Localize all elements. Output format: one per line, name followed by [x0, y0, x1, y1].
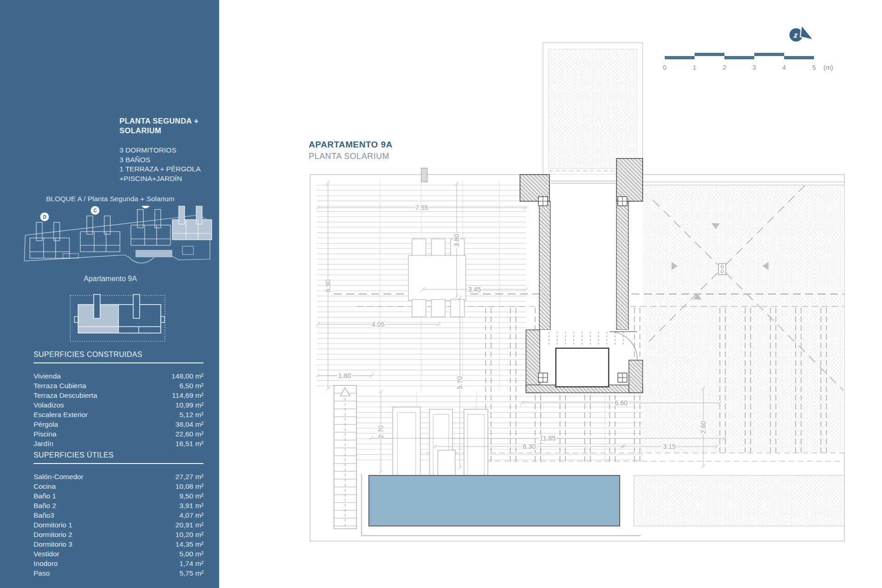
- surface-label: Terraza Cubierta: [34, 381, 86, 390]
- scale-bar: 0 1 2 3 4 5 (m): [663, 53, 833, 71]
- unit-tower-right: [133, 294, 140, 318]
- chair: [451, 300, 464, 317]
- site-plan-diagram: D C B A: [21, 206, 214, 270]
- dim-label: 6.90: [324, 279, 332, 292]
- elevator-shaft: [556, 348, 609, 387]
- tower: [543, 43, 643, 175]
- surface-row: Dormitorio 314,35 m²: [34, 539, 204, 549]
- unit-notch-right: [161, 317, 164, 322]
- surface-row: Inodoro1,74 m²: [34, 559, 204, 568]
- floor-title-line1: PLANTA SEGUNDA +: [119, 116, 216, 126]
- surface-row: Cocina10,08 m²: [34, 481, 204, 491]
- surface-value: 22,60 m²: [175, 429, 204, 439]
- surface-row: Vestidor5,00 m²: [34, 549, 204, 559]
- exterior-stair: [334, 385, 356, 529]
- surface-row: Terraza Cubierta6,50 m²: [34, 381, 204, 390]
- north-pointer: [800, 25, 814, 40]
- dim-label: 11.85: [539, 435, 555, 442]
- surface-row: Dormitorio 120,91 m²: [34, 520, 204, 530]
- surface-label: Terraza Descubierta: [34, 390, 97, 400]
- dim-label: 4.05: [372, 321, 384, 328]
- surface-value: 114,69 m²: [172, 390, 204, 400]
- surfaces-useful-heading: SUPERFICIES ÚTILES: [34, 451, 204, 464]
- surface-row: Paso5,75 m²: [34, 568, 204, 578]
- north-glyph: z: [793, 31, 798, 40]
- badge-letter-c: C: [93, 208, 96, 213]
- surface-label: Dormitorio 2: [34, 530, 72, 539]
- core-wall-west: [539, 201, 550, 330]
- dim-label: 3.15: [663, 443, 676, 450]
- surface-value: 3,91 m²: [179, 501, 204, 510]
- site-pool: [136, 250, 172, 257]
- scale-segment: [754, 53, 784, 56]
- tower-stipple: [548, 49, 637, 169]
- site-block-b: [131, 209, 170, 245]
- block-label: BLOQUE A / Planta Segunda + Solarium: [14, 195, 207, 203]
- surface-label: Pérgola: [34, 419, 58, 429]
- dim-label: 3.45: [468, 286, 481, 293]
- dining-set: [408, 239, 466, 317]
- surface-label: Jardín: [34, 439, 53, 448]
- site-block-badges: D C B A: [40, 206, 192, 221]
- surface-row: Terraza Descubierta114,69 m²: [34, 390, 204, 400]
- surface-row: Pérgola38,04 m²: [34, 419, 204, 429]
- surface-value: 14,35 m²: [175, 539, 204, 549]
- scale-tick-4: 4: [782, 64, 786, 71]
- north-arrow-icon: z: [790, 25, 814, 42]
- surface-value: 10,20 m²: [175, 530, 204, 539]
- surface-label: Dormitorio 3: [34, 539, 72, 549]
- surface-value: 5,75 m²: [179, 568, 204, 578]
- roof-column: [421, 168, 427, 182]
- site-block-c: [80, 216, 120, 252]
- column-anchor: [618, 197, 627, 206]
- scale-tick-2: 2: [723, 64, 726, 71]
- surface-value: 20,91 m²: [175, 520, 204, 530]
- swimming-pool: [369, 475, 620, 526]
- side-table: [438, 450, 455, 476]
- surface-label: Salón-Comedor: [34, 472, 84, 481]
- feature-item: 3 BAÑOS: [119, 155, 218, 165]
- column-anchor: [618, 373, 627, 382]
- lounger-pad: [468, 414, 484, 481]
- surfaces-built-heading: SUPERFICIES CONSTRUIDAS: [34, 351, 204, 363]
- chair: [431, 300, 445, 317]
- stair-outline: [334, 385, 356, 529]
- surface-label: Escalera Exterior: [34, 410, 88, 419]
- apartment-key-diagram: [69, 291, 170, 345]
- lounger-pad: [397, 413, 416, 480]
- surface-value: 6,50 m²: [179, 381, 204, 390]
- floor-plan-canvas: z 0 1 2 3 4 5 (m): [219, 0, 882, 588]
- site-block-a-highlighted: [172, 206, 212, 240]
- surface-value: 9,50 m²: [179, 491, 204, 501]
- apartment-label: Apartamento 9A: [14, 275, 207, 283]
- surface-row: Vivienda148,00 m²: [34, 371, 204, 381]
- garden-bed: [634, 475, 844, 526]
- core-wall-se: [629, 360, 643, 393]
- core-shaft: [549, 175, 616, 330]
- scale-tick-0: 0: [663, 64, 667, 71]
- surface-row: Salón-Comedor27,27 m²: [34, 472, 204, 481]
- surface-label: Baño 1: [34, 491, 56, 501]
- column-anchor: [538, 197, 548, 206]
- surface-row: Escalera Exterior5,12 m²: [34, 410, 204, 419]
- surface-value: 10,99 m²: [175, 400, 204, 410]
- surface-row: Baño 23,91 m²: [34, 501, 204, 510]
- surface-label: Paso: [34, 568, 50, 578]
- surface-row: Jardín16,51 m²: [34, 439, 204, 448]
- surface-label: Cocina: [34, 481, 56, 491]
- surface-value: 5,00 m²: [179, 549, 204, 559]
- site-pool-outline: [63, 254, 79, 258]
- surface-value: 27,27 m²: [175, 472, 204, 481]
- roof-area: [643, 186, 844, 453]
- feature-item: 1 TERRAZA + PÉRGOLA: [119, 164, 218, 174]
- scale-segment: [784, 56, 814, 59]
- surface-label: Piscina: [34, 429, 57, 439]
- column-anchor: [538, 373, 548, 382]
- surface-label: Inodoro: [34, 559, 58, 568]
- surface-row: Voladizos10,99 m²: [34, 400, 204, 410]
- dim-label: 6.60: [615, 399, 628, 407]
- floor-title: PLANTA SEGUNDA + SOLARIUM: [119, 116, 216, 136]
- dining-table: [408, 255, 466, 300]
- unit-tower-left: [94, 294, 100, 318]
- surface-value: 4,07 m²: [179, 510, 204, 520]
